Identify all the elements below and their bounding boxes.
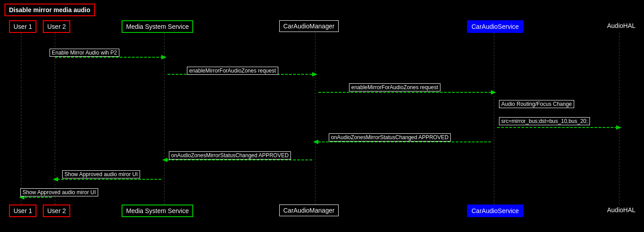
svg-marker-17 bbox=[162, 158, 168, 162]
arrows-svg bbox=[0, 0, 644, 232]
sequence-diagram: Disable mirror media audio User 1 User 2… bbox=[0, 0, 644, 232]
svg-marker-15 bbox=[313, 140, 318, 144]
msg-show-approved-1: Show Approved audio miror UI bbox=[62, 170, 140, 178]
msg-audio-routing: Audio Routing/Focus Change bbox=[499, 100, 574, 108]
svg-marker-19 bbox=[53, 177, 58, 182]
msg-enable-zones-1: enableMirrorForAudioZones request bbox=[187, 67, 278, 75]
svg-marker-13 bbox=[616, 125, 621, 130]
msg-onaudio-approved-2: onAudioZonesMirrorStatusChanged APPROVED bbox=[169, 151, 291, 159]
svg-marker-9 bbox=[312, 72, 317, 77]
msg-enable-zones-2: enableMirrorForAudioZones request bbox=[349, 83, 440, 91]
msg-show-approved-2: Show Approved audio miror UI bbox=[20, 188, 98, 196]
msg-onaudio-approved-1: onAudioZonesMirrorStatusChanged APPROVED bbox=[329, 133, 451, 141]
svg-marker-7 bbox=[161, 55, 167, 59]
msg-enable-mirror-p2: Enable Mirror Audio wih P2 bbox=[50, 49, 119, 57]
svg-marker-11 bbox=[491, 90, 496, 95]
msg-src-mirror: src=mirror_bus;dst=bus_10,bus_20; bbox=[499, 117, 590, 125]
